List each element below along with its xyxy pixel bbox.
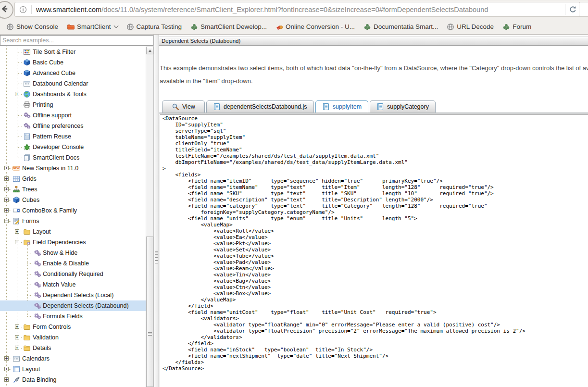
club-icon [363,23,371,31]
expand-plus-icon[interactable]: + [4,367,9,371]
collapse-minus-icon[interactable]: − [15,240,19,244]
tree-item-item[interactable] [0,385,146,387]
folder-icon [23,228,31,236]
tab-supplycategory[interactable]: supplyCategory [370,100,436,112]
bug-icon [23,143,31,151]
tree-item-trees[interactable]: +Trees [0,184,146,195]
bookmark-captura-testing[interactable]: Captura Testing [122,22,186,32]
collapse-minus-icon[interactable]: − [4,219,9,223]
browser-window: www.smartclient.com/docs/11.0/a/system/r… [0,0,588,387]
expand-plus-icon[interactable]: + [4,377,9,382]
bookmark-url-decode[interactable]: URL Decode [442,22,498,32]
tree-item-details[interactable]: +Details [0,343,146,353]
tree-item-enable-disable[interactable]: Enable & Disable [0,258,146,269]
tree-item-offline-support[interactable]: Offline support [0,110,146,121]
tab-strip: ViewdependentSelectsDatabound.jssupplyIt… [162,100,436,112]
search-input[interactable] [0,35,153,46]
tree-item-dependent-selects-databound[interactable]: Dependent Selects (Databound) [0,300,146,311]
info-icon[interactable] [19,6,27,13]
tree-item-grids[interactable]: +Grids [0,174,146,184]
tree-item-dependent-selects-local[interactable]: Dependent Selects (Local) [0,290,146,300]
docs-icon [23,154,31,162]
expand-plus-icon[interactable]: + [4,208,9,212]
expand-plus-icon[interactable]: + [4,166,9,170]
tree-item-label: Advanced Cube [33,68,75,78]
scroll-up-button[interactable] [146,47,153,54]
tree-item-match-value[interactable]: Match Value [0,279,146,290]
tree-item-field-dependencies[interactable]: −Field Dependencies [0,237,146,248]
tab-supplyitem[interactable]: supplyItem [315,100,368,112]
calendar-icon [23,80,31,87]
bookmark-show-console[interactable]: Show Console [2,22,63,32]
code-panel[interactable]: <DataSource ID="supplyItem" serverType="… [160,114,588,387]
expand-plus-icon[interactable]: + [4,356,9,361]
tree-item-calendars[interactable]: +Calendars [0,353,146,364]
tree-connector [27,285,33,285]
folder-orange-icon [67,23,75,31]
gears-icon [34,302,41,310]
bookmark-forum[interactable]: Forum [498,22,536,32]
back-button[interactable] [0,1,13,19]
tree-item-form-controls[interactable]: +Form Controls [0,322,146,332]
description-line: This example demonstrates two select ite… [160,62,588,75]
expand-plus-icon[interactable]: + [4,198,9,202]
scrollbar-thumb[interactable] [146,237,153,387]
bookmark-smartclient[interactable]: SmartClient [63,22,122,32]
tree-item-layout[interactable]: +Layout [0,226,146,237]
expand-plus-icon[interactable]: + [15,229,19,234]
tree-item-smartclient-docs[interactable]: SmartClient Docs [0,152,146,163]
bookmark-online-conversion-u[interactable]: Online Conversion - U... [271,22,359,32]
expand-plus-icon[interactable]: + [4,176,9,181]
tab-dependentselectsdatabound-js[interactable]: dependentSelectsDatabound.js [206,100,314,112]
splitter-grip-icon [155,251,158,263]
tree-connector [17,115,22,116]
tree-item-formula-fields[interactable]: Formula Fields [0,311,146,322]
toolbar-extra-button[interactable] [579,2,588,17]
pane-splitter[interactable] [153,35,159,387]
layout-icon [13,365,20,373]
tree-item-advanced-cube[interactable]: Advanced Cube [0,68,146,78]
tree-item-printing[interactable]: Printing [0,100,146,110]
tree-item-conditionally-required[interactable]: Conditionally Required [0,269,146,279]
tree-item-offline-preferences[interactable]: Offline preferences [0,121,146,131]
tree-item-label: ComboBox & Family [22,205,77,216]
plug-icon [13,376,20,384]
tree-item-combobox-family[interactable]: +ComboBox & Family [0,205,146,216]
tree-item-layout[interactable]: +Layout [0,364,146,375]
tree-item-developer-console[interactable]: Developer Console [0,142,146,152]
url-divider-right [565,4,565,15]
tree-connector [27,306,33,306]
tab-strip-baseline [159,112,588,114]
tree-item-label: Basic Cube [33,57,63,68]
url-host: www.smartclient.com [36,6,101,13]
bookmark-smartclient-dewelop[interactable]: SmartClient Dewelop... [186,22,271,32]
expand-plus-icon[interactable]: + [15,335,19,339]
expand-plus-icon[interactable]: + [15,346,19,350]
expand-plus-icon[interactable]: + [4,187,9,191]
url-bar[interactable]: www.smartclient.com/docs/11.0/a/system/r… [14,2,582,17]
tree-item-label: SmartClient Docs [33,152,79,163]
tree-item-show-hide[interactable]: Show & Hide [0,248,146,258]
tree-item-cubes[interactable]: +Cubes [0,195,146,205]
tab-view[interactable]: View [162,100,205,112]
tree-item-label: Forms [22,216,39,226]
expand-plus-icon[interactable]: + [15,92,19,96]
tree-item-basic-cube[interactable]: Basic Cube [0,57,146,68]
tree-item-pattern-reuse[interactable]: Pattern Reuse [0,131,146,142]
tree-item-label: Pattern Reuse [33,131,71,142]
tree-item-label: Formula Fields [43,311,83,322]
tree-item-dashboards-tools[interactable]: +Dashboards & Tools [0,89,146,100]
bookmark-documentatia-smart[interactable]: Documentatia Smart... [359,22,442,32]
tree-item-data-binding[interactable]: +Data Binding [0,375,146,385]
tree-item-new-samples-in-11-0[interactable]: +NEWNew Samples in 11.0 [0,163,146,174]
tree-connector [17,62,22,63]
tree-item-label: Show & Hide [43,248,77,258]
tree-item-validation[interactable]: +Validation [0,332,146,343]
tree-item-databound-calendar[interactable]: Databound Calendar [0,78,146,89]
tree-item-tile-sort-filter[interactable]: Tile Sort & Filter [0,47,146,57]
expand-plus-icon[interactable]: + [15,325,19,329]
sidebar-scrollbar[interactable] [146,47,153,387]
tree-item-forms[interactable]: −Forms [0,216,146,226]
magnifier-icon [172,103,179,111]
reload-icon[interactable] [569,5,577,13]
